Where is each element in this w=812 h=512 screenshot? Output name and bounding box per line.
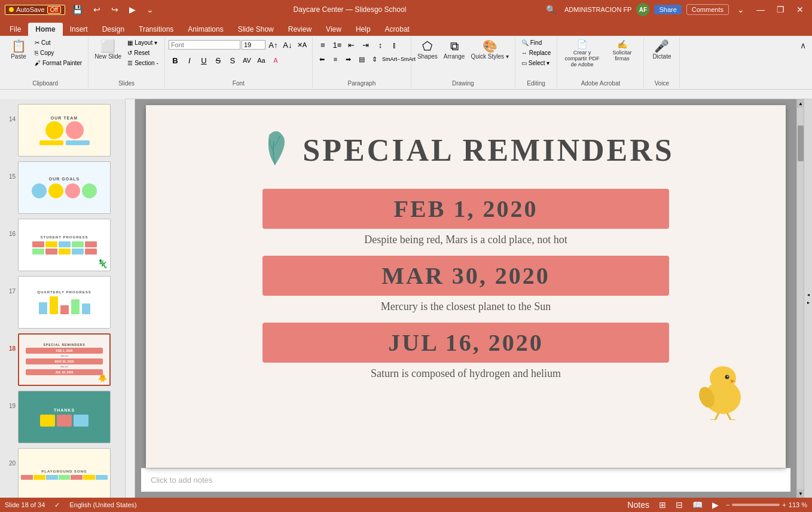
tab-file[interactable]: File — [2, 23, 28, 36]
chick-decoration — [696, 354, 750, 420]
tab-animations[interactable]: Animations — [181, 23, 230, 36]
slide-sorter-button[interactable]: ⊟ — [673, 499, 685, 511]
slides-panel: 14 OUR TEAM — [0, 99, 126, 498]
normal-view-button[interactable]: ⊞ — [657, 499, 668, 511]
increase-indent-button[interactable]: ⇥ — [359, 38, 373, 51]
replace-button[interactable]: ↔ Replace — [519, 48, 554, 57]
smart-art-button[interactable]: SmArt — [382, 54, 394, 65]
slide-preview-17: Quarterly Progress — [18, 276, 111, 329]
close-button[interactable]: ✕ — [793, 4, 807, 16]
convert-button[interactable]: →SmArt — [395, 54, 407, 65]
dictate-button[interactable]: 🎤 Dictate — [650, 38, 673, 62]
slides-group-label: Slides — [118, 80, 135, 87]
vertical-scrollbar[interactable]: ▲ ▼ — [796, 99, 804, 498]
bold-button[interactable]: B — [169, 54, 182, 67]
slide-thumb-17[interactable]: 17 Quarterly Progress — [5, 276, 120, 329]
spacing-button[interactable]: AV — [240, 54, 254, 67]
font-family-input[interactable] — [169, 40, 240, 50]
new-slide-button[interactable]: ⬜ New Slide — [92, 38, 124, 62]
copy-button[interactable]: ⎘ Copy — [32, 48, 84, 57]
tab-design[interactable]: Design — [95, 23, 132, 36]
tab-review[interactable]: Review — [281, 23, 319, 36]
columns-button[interactable]: ⫿ — [388, 38, 401, 51]
tab-view[interactable]: View — [319, 23, 349, 36]
font-size-input[interactable] — [242, 40, 265, 50]
tab-acrobat[interactable]: Acrobat — [378, 23, 417, 36]
underline-button[interactable]: U — [197, 54, 210, 67]
notes-area[interactable]: Click to add notes — [141, 468, 790, 492]
pdf-icon: 📄 — [577, 40, 587, 48]
align-right-button[interactable]: ➡ — [343, 54, 355, 65]
redo-button[interactable]: ↪ — [108, 4, 122, 16]
slide-thumb-14[interactable]: 14 OUR TEAM — [5, 104, 120, 157]
align-left-button[interactable]: ⬅ — [316, 54, 328, 65]
arrange-label: Arrange — [444, 53, 465, 60]
clear-format-button[interactable]: ✕A — [295, 38, 309, 51]
strikethrough-button[interactable]: S — [212, 54, 225, 67]
collapse-ribbon-button[interactable]: ∧ — [796, 39, 810, 51]
font-color-button[interactable]: A — [269, 54, 282, 67]
customize-button[interactable]: ⌄ — [143, 4, 157, 16]
tab-slideshow[interactable]: Slide Show — [231, 23, 281, 36]
format-painter-icon: 🖌 — [35, 60, 41, 66]
slide-thumb-20[interactable]: 20 PLAYGROUND SONG — [5, 448, 120, 498]
tab-insert[interactable]: Insert — [63, 23, 95, 36]
restore-button[interactable]: ❐ — [773, 4, 788, 16]
reading-view-button[interactable]: 📖 — [690, 499, 705, 511]
line-spacing-button[interactable]: ↕ — [374, 38, 387, 51]
slide-thumb-18[interactable]: 18 SPECIAL REMINDERS FEB 1, 2020 desc te… — [5, 333, 120, 386]
copy-icon: ⎘ — [35, 50, 38, 56]
save-button[interactable]: 💾 — [69, 4, 86, 16]
decrease-font-button[interactable]: A↓ — [281, 38, 294, 51]
right-panel-collapse[interactable]: ◂ ▸ — [804, 99, 812, 498]
comments-button[interactable]: Comments — [686, 4, 729, 15]
autosave-badge[interactable]: AutoSave Off — [5, 5, 65, 15]
text-direction-button[interactable]: ⇕ — [369, 54, 381, 65]
undo-button[interactable]: ↩ — [90, 4, 104, 16]
present-button[interactable]: ▶ — [126, 4, 139, 16]
reminder-2: MAR 30, 2020 Mercury is the closest plan… — [262, 256, 669, 313]
minimize-button[interactable]: — — [753, 4, 768, 16]
decrease-indent-button[interactable]: ⇤ — [345, 38, 358, 51]
cut-button[interactable]: ✂ Cut — [32, 38, 84, 47]
select-button[interactable]: ▭ Select ▾ — [519, 59, 552, 68]
section-button[interactable]: ☰ Section - — [125, 59, 161, 68]
layout-button[interactable]: ▦ Layout ▾ — [125, 38, 161, 47]
increase-font-button[interactable]: A↑ — [267, 38, 280, 51]
tab-help[interactable]: Help — [349, 23, 378, 36]
align-center-button[interactable]: ≡ — [329, 54, 341, 65]
shadow-button[interactable]: S — [226, 54, 239, 67]
zoom-slider[interactable] — [732, 504, 780, 506]
request-signatures-button[interactable]: ✍ Solicitar firmas — [604, 38, 640, 63]
reminder-2-date: MAR 30, 2020 — [274, 262, 657, 290]
tab-home[interactable]: Home — [28, 23, 62, 36]
slide-thumb-19[interactable]: 19 THANKS — [5, 391, 120, 443]
tab-transitions[interactable]: Transitions — [132, 23, 181, 36]
find-button[interactable]: 🔍 Find — [519, 38, 544, 47]
slide-thumb-16[interactable]: 16 Student Progress — [5, 219, 120, 271]
search-ribbon-button[interactable]: 🔍 — [542, 4, 560, 16]
justify-button[interactable]: ▤ — [356, 54, 368, 65]
reset-button[interactable]: ↺ Reset — [125, 48, 161, 57]
ribbon-display-button[interactable]: ⌄ — [734, 4, 748, 16]
italic-button[interactable]: I — [183, 54, 196, 67]
arrange-button[interactable]: ⧉ Arrange — [441, 38, 468, 62]
zoom-out-icon[interactable]: − — [726, 501, 729, 508]
slideshow-view-button[interactable]: ▶ — [710, 499, 721, 511]
slide-canvas: SPECIAL REMINDERS FEB 1, 2020 Despite be… — [135, 99, 796, 498]
slide-main[interactable]: SPECIAL REMINDERS FEB 1, 2020 Despite be… — [146, 105, 786, 468]
numbering-button[interactable]: 1≡ — [331, 38, 344, 51]
zoom-in-icon[interactable]: + — [782, 501, 786, 508]
scroll-thumb[interactable] — [798, 125, 804, 161]
notes-toggle-button[interactable]: Notes — [625, 499, 652, 511]
paste-button[interactable]: 📋 Paste — [6, 38, 31, 62]
format-painter-button[interactable]: 🖌 Format Painter — [32, 59, 84, 68]
bullets-button[interactable]: ≡ — [316, 38, 329, 51]
avatar[interactable]: AF — [636, 3, 649, 16]
create-pdf-button[interactable]: 📄 Crear y compartir PDF de Adobe — [561, 38, 603, 69]
case-button[interactable]: Aa — [255, 54, 268, 67]
slide-thumb-15[interactable]: 15 OUR GOALS — [5, 161, 120, 214]
quick-styles-button[interactable]: 🎨 Quick Styles ▾ — [468, 38, 511, 62]
share-button[interactable]: Share — [654, 5, 681, 14]
shapes-button[interactable]: ⬠ Shapes — [415, 38, 440, 62]
